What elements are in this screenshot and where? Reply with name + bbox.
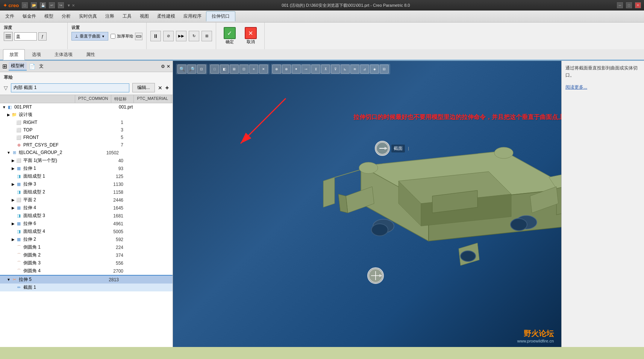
tree-item[interactable]: ▶ ◨ 面组成型 4 5005	[0, 228, 173, 235]
menu-model[interactable]: 模型	[41, 12, 57, 21]
maximize-btn[interactable]: □	[626, 2, 632, 8]
read-more-link[interactable]: 阅读更多...	[565, 84, 587, 90]
tree-item[interactable]: ▶ ⌒ 倒圆角 2 374	[0, 251, 173, 259]
expand-icon[interactable]: ▶	[11, 198, 16, 203]
expand-icon[interactable]: ▶	[11, 158, 16, 163]
menu-analysis[interactable]: 分析	[58, 12, 74, 21]
menu-apps[interactable]: 应用程序	[180, 12, 205, 21]
expand-icon[interactable]: ▼	[6, 150, 11, 155]
tree-item[interactable]: ▶ ◨ 面组成型 1 125	[0, 172, 173, 180]
tab-properties[interactable]: 属性	[80, 49, 102, 60]
menu-flexible[interactable]: 柔性建模	[153, 12, 179, 21]
expand-icon[interactable]: ▶	[11, 221, 16, 226]
vp-zoom-in-btn[interactable]: 🔍	[177, 65, 186, 74]
active-tab[interactable]: 拉伸切口	[206, 11, 235, 21]
expand-icon[interactable]: ▶	[11, 182, 16, 187]
menu-simulation[interactable]: 实时仿真	[75, 12, 101, 21]
vp-tool1[interactable]: ⊕	[272, 65, 281, 74]
expand-icon[interactable]: ▶	[11, 205, 16, 211]
menu-annotation[interactable]: 注释	[102, 12, 118, 21]
ok-button[interactable]: ✓ 确定	[221, 26, 239, 46]
refresh-btn[interactable]: ↻	[189, 31, 199, 41]
sketch-close-btn[interactable]: ✕	[158, 85, 162, 91]
play-btn[interactable]: ⊘	[163, 31, 174, 41]
vp-tool7[interactable]: ⊽	[331, 65, 340, 74]
new-btn[interactable]: □	[22, 2, 28, 8]
model-tree-tab[interactable]: 模型树	[9, 62, 27, 71]
tree-item[interactable]: ▶ ▦ 拉伸 1 93	[0, 164, 173, 172]
undo-btn[interactable]: ↩	[49, 2, 55, 8]
tree-item[interactable]: ▶ ⬜ 平面 1(第一个型) 40	[0, 157, 173, 164]
vp-perspective-btn[interactable]: ≡	[249, 65, 258, 74]
tree-item[interactable]: ▶ ⌒ 倒圆角 1 224	[0, 243, 173, 251]
thicken-checkbox[interactable]	[111, 34, 115, 39]
close-btn[interactable]: ✕	[635, 2, 641, 8]
vp-wireframe-btn[interactable]: ⊞	[230, 65, 239, 74]
vp-cross-btn[interactable]: ✕	[259, 65, 268, 74]
menu-file[interactable]: 文件	[2, 12, 18, 21]
tree-settings-icon[interactable]: ⚙	[161, 64, 165, 69]
tab-options[interactable]: 选项	[26, 49, 47, 60]
cancel-button[interactable]: ✕ 取消	[242, 26, 260, 46]
thicken-icon-btn[interactable]	[135, 33, 142, 40]
vp-tool4[interactable]: ⊸	[302, 65, 311, 74]
tree-item[interactable]: ▶ ✏ 截面 1	[0, 284, 173, 291]
vp-fit-btn[interactable]: ⊡	[197, 65, 206, 74]
tree-item[interactable]: ▶ ⬜ FRONT 5	[0, 134, 173, 141]
vp-tool3[interactable]: ✦	[292, 65, 301, 74]
tree-item[interactable]: ▼ ◧ 001.PRT 001.prt	[0, 103, 173, 111]
tree-item-highlighted[interactable]: ▼ ✂ 拉伸 5 2813	[0, 275, 173, 284]
menu-tools[interactable]: 工具	[119, 12, 135, 21]
glasses-btn[interactable]: ⊞	[202, 31, 212, 41]
tree-item[interactable]: ▶ ⬜ 平面 2 2446	[0, 196, 173, 204]
open-btn[interactable]: 📂	[31, 2, 37, 8]
expand-icon[interactable]: ▶	[6, 112, 11, 118]
tree-item[interactable]: ▶ ⬜ TOP 3	[0, 126, 173, 134]
vp-hidden-btn[interactable]: ⊡	[239, 65, 249, 74]
expand-icon[interactable]: ▶	[11, 237, 16, 242]
redo-btn[interactable]: ↪	[58, 2, 64, 8]
vp-grid[interactable]: ⊟	[380, 65, 389, 74]
expand-icon[interactable]: ▶	[11, 166, 16, 171]
tree-close-icon[interactable]: ✕	[167, 64, 170, 69]
vp-tool11[interactable]: ◈	[370, 65, 379, 74]
vp-shaded-btn[interactable]: ◧	[220, 65, 229, 74]
menu-view[interactable]: 视图	[136, 12, 153, 21]
vp-tool5[interactable]: ⊻	[311, 65, 320, 74]
sketch-edit-btn[interactable]: 编辑...	[132, 83, 155, 92]
tree-item[interactable]: ▶ ◨ 面组成型 3 1681	[0, 212, 173, 220]
tree-item[interactable]: ▶ ⬜ RIGHT 1	[0, 119, 173, 126]
vp-tool8[interactable]: ⊾	[341, 65, 350, 74]
forward-btn[interactable]: ▶▶	[176, 31, 186, 41]
pause-btn[interactable]: ⏸	[150, 31, 161, 41]
tree-item[interactable]: ▶ ▦ 拉伸 6 4961	[0, 220, 173, 228]
tree-item[interactable]: ▶ ⌒ 倒圆角 4 2700	[0, 267, 173, 275]
tree-item[interactable]: ▶ ⌒ 倒圆角 3 556	[0, 259, 173, 267]
tab-placement[interactable]: 放置	[3, 49, 25, 60]
expand-icon[interactable]: ▼	[2, 104, 7, 110]
minimize-btn[interactable]: ─	[617, 2, 623, 8]
sketch-input[interactable]	[11, 83, 129, 92]
tree-item[interactable]: ▶ ◨ 面组成型 2 1158	[0, 188, 173, 196]
tree-item[interactable]: ▶ ▦ 拉伸 4 1645	[0, 204, 173, 212]
vp-tool6[interactable]: ⊼	[321, 65, 330, 74]
tree-item[interactable]: ▶ ▦ 拉伸 3 1130	[0, 180, 173, 188]
depth-icon[interactable]	[4, 32, 13, 41]
vp-tool9[interactable]: ≋	[350, 65, 359, 74]
tree-item[interactable]: ▶ ⊕ PRT_CSYS_DEF 7	[0, 141, 173, 149]
perpendicular-btn[interactable]: ⊥ 垂直于曲面 ▼	[71, 32, 108, 41]
menu-sheetmetal[interactable]: 钣金件	[19, 12, 40, 21]
vp-zoom-out-btn[interactable]: 🔎	[187, 65, 196, 74]
expand-icon[interactable]: ▼	[6, 277, 11, 282]
vp-box-btn[interactable]: □	[210, 65, 219, 74]
tree-item[interactable]: ▶ ▦ 拉伸 2 592	[0, 235, 173, 243]
save-btn[interactable]: 💾	[40, 2, 46, 8]
depth-formula-btn[interactable]: ƒ	[38, 32, 47, 41]
tree-item[interactable]: ▶ 📁 设计项	[0, 111, 173, 119]
file-tab[interactable]: 文	[37, 62, 46, 70]
depth-input[interactable]	[14, 32, 37, 41]
vp-tool10[interactable]: ⊿	[360, 65, 369, 74]
vp-tool2[interactable]: ⊗	[282, 65, 291, 74]
tab-body-options[interactable]: 主体选项	[48, 49, 79, 60]
tree-item[interactable]: ▼ ⊞ 组LOCAL_GROUP_2 10502	[0, 149, 173, 157]
